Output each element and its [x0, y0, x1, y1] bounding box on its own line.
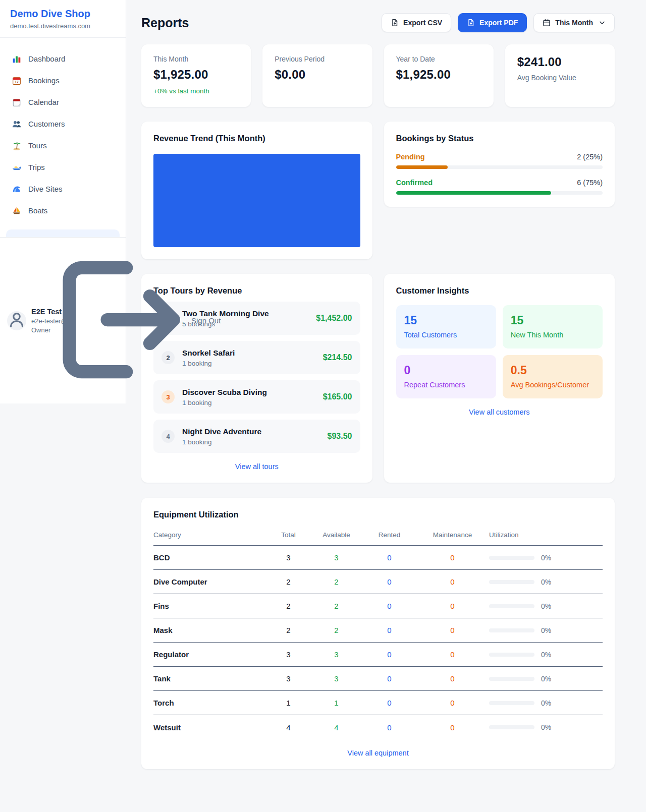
sidebar-item-label: Trips [28, 163, 45, 171]
view-all-tours-link[interactable]: View all tours [153, 462, 360, 471]
equipment-available: 2 [310, 602, 363, 610]
insight-value: 0.5 [511, 364, 595, 377]
stat-value: $1,925.00 [153, 68, 208, 82]
col-utilization: Utilization [489, 531, 603, 539]
equipment-total: 3 [267, 553, 310, 562]
revenue-trend-chart [153, 154, 360, 247]
equipment-total: 4 [267, 723, 310, 732]
sidebar-item[interactable]: Dive Sites [0, 178, 126, 200]
utilization-bar-track [489, 725, 534, 729]
wave-icon [12, 185, 21, 194]
sidebar-item[interactable]: Trips [0, 156, 126, 178]
status-row: Pending 2 (25%) [396, 153, 603, 169]
customer-insights-title: Customer Insights [396, 286, 603, 296]
shop-name: Demo Dive Shop [10, 8, 116, 20]
utilization-bar-track [489, 653, 534, 657]
tour-revenue: $93.50 [328, 432, 352, 441]
insight-card: 0.5 Avg Bookings/Customer [503, 355, 603, 398]
equipment-total: 2 [267, 602, 310, 610]
tour-name: Night Dive Adventure [182, 427, 320, 436]
sidebar-item[interactable]: 17 Bookings [0, 70, 126, 91]
utilization-percent: 0% [541, 723, 551, 731]
chevron-down-icon [599, 19, 606, 26]
insight-value: 0 [404, 364, 488, 377]
sailboat-icon [12, 206, 21, 215]
equipment-table-row: BCD 3 3 0 0 0% [153, 546, 603, 570]
sign-out-button[interactable]: Sign Out [36, 244, 221, 397]
period-label: This Month [555, 19, 593, 27]
page-title: Reports [141, 16, 189, 30]
revenue-trend-title: Revenue Trend (This Month) [153, 134, 360, 143]
sign-out-label: Sign Out [191, 316, 221, 325]
sidebar-item-reports-active-partial[interactable] [6, 229, 120, 237]
equipment-utilization-card: Equipment Utilization Category Total Ava… [141, 498, 615, 769]
utilization-percent: 0% [541, 675, 551, 683]
equipment-total: 3 [267, 650, 310, 659]
stat-card: This Month $1,925.00 +0% vs last month [141, 44, 251, 107]
bookings-calendar-icon: 17 [12, 76, 21, 85]
tour-row: 4 Night Dive Adventure 1 booking $93.50 [153, 420, 360, 453]
equipment-rented: 0 [363, 626, 416, 634]
stat-label: Previous Period [275, 55, 325, 63]
insight-card: 15 New This Month [503, 305, 603, 349]
insight-label: Total Customers [404, 331, 488, 339]
equipment-table-row: Regulator 3 3 0 0 0% [153, 643, 603, 667]
stat-card: Avg Booking Value $241.00 [505, 44, 615, 107]
tour-revenue: $165.00 [323, 392, 352, 401]
tour-bookings-count: 1 booking [182, 399, 315, 407]
insight-value: 15 [511, 314, 595, 327]
equipment-maintenance: 0 [416, 626, 489, 634]
equipment-category: Tank [153, 674, 267, 683]
bookings-by-status-title: Bookings by Status [396, 134, 603, 143]
export-csv-button[interactable]: Export CSV [382, 13, 451, 32]
sidebar-item[interactable]: Tours [0, 135, 126, 156]
bar-chart-icon [12, 54, 21, 64]
equipment-maintenance: 0 [416, 674, 489, 683]
dive-mask-icon [12, 228, 21, 228]
customers-icon [12, 120, 21, 129]
equipment-table-row: Fins 2 2 0 0 0% [153, 594, 603, 618]
sidebar-item[interactable]: Equipment [0, 221, 126, 228]
sidebar-item[interactable]: Calendar [0, 91, 126, 113]
equipment-maintenance: 0 [416, 650, 489, 659]
svg-text:17: 17 [15, 80, 19, 84]
sidebar-item[interactable]: Customers [0, 113, 126, 135]
sidebar-item-label: Dive Sites [28, 185, 63, 193]
revenue-trend-card: Revenue Trend (This Month) [141, 122, 372, 259]
equipment-maintenance: 0 [416, 699, 489, 707]
export-pdf-label: Export PDF [479, 19, 518, 27]
sidebar-item[interactable]: Boats [0, 200, 126, 221]
brand-block: Demo Dive Shop demo.test.divestreams.com [0, 0, 126, 38]
equipment-available: 3 [310, 674, 363, 683]
view-all-equipment-link[interactable]: View all equipment [153, 749, 603, 757]
equipment-available: 2 [310, 577, 363, 586]
equipment-available: 4 [310, 723, 363, 732]
col-total: Total [267, 531, 310, 539]
equipment-category: Wetsuit [153, 723, 267, 732]
equipment-rented: 0 [363, 674, 416, 683]
stat-label: Avg Booking Value [517, 74, 576, 82]
avatar [7, 311, 26, 330]
insight-card: 15 Total Customers [396, 305, 496, 349]
insight-value: 15 [404, 314, 488, 327]
palm-tree-icon [12, 141, 21, 150]
col-available: Available [310, 531, 363, 539]
status-label: Confirmed [396, 179, 433, 187]
export-pdf-button[interactable]: Export PDF [458, 13, 527, 32]
tearoff-calendar-icon [12, 98, 21, 107]
insight-label: Avg Bookings/Customer [511, 381, 595, 389]
utilization-percent: 0% [541, 699, 551, 707]
equipment-rented: 0 [363, 650, 416, 659]
period-selector-dropdown[interactable]: This Month [533, 13, 615, 32]
stat-value: $241.00 [517, 55, 562, 69]
file-download-icon [467, 19, 475, 27]
logout-icon [36, 244, 188, 397]
view-all-customers-link[interactable]: View all customers [396, 408, 603, 416]
stat-label: This Month [153, 55, 188, 63]
sidebar-item[interactable]: Dashboard [0, 48, 126, 70]
utilization-percent: 0% [541, 626, 551, 634]
export-csv-label: Export CSV [403, 19, 442, 27]
equipment-available: 2 [310, 626, 363, 634]
equipment-total: 2 [267, 577, 310, 586]
tour-revenue: $214.50 [323, 353, 352, 362]
